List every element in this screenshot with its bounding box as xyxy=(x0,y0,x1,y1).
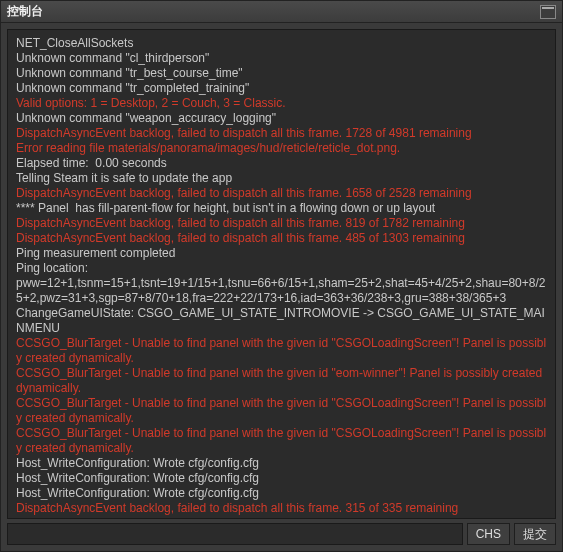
console-line: CCSGO_BlurTarget - Unable to find panel … xyxy=(16,426,547,456)
console-line: DispatchAsyncEvent backlog, failed to di… xyxy=(16,216,547,231)
window-title: 控制台 xyxy=(7,3,43,20)
console-line: CCSGO_BlurTarget - Unable to find panel … xyxy=(16,366,547,396)
console-line: Host_WriteConfiguration: Wrote cfg/confi… xyxy=(16,486,547,501)
console-line: Ping measurement completed xyxy=(16,246,547,261)
console-line: Error reading file materials/panorama/im… xyxy=(16,141,547,156)
console-line: Valid options: 1 = Desktop, 2 = Couch, 3… xyxy=(16,96,547,111)
titlebar[interactable]: 控制台 xyxy=(1,1,562,23)
console-line: CCSGO_BlurTarget - Unable to find panel … xyxy=(16,396,547,426)
console-line: Ping location: xyxy=(16,261,547,276)
console-window: 控制台 NET_CloseAllSocketsUnknown command "… xyxy=(0,0,563,552)
console-line: Host_WriteConfiguration: Wrote cfg/confi… xyxy=(16,516,547,519)
console-line: Unknown command "tr_best_course_time" xyxy=(16,66,547,81)
input-row: CHS 提交 xyxy=(1,523,562,551)
console-line: Unknown command "tr_completed_training" xyxy=(16,81,547,96)
console-line: DispatchAsyncEvent backlog, failed to di… xyxy=(16,126,547,141)
console-line: Unknown command "weapon_accuracy_logging… xyxy=(16,111,547,126)
console-line: DispatchAsyncEvent backlog, failed to di… xyxy=(16,186,547,201)
console-line: DispatchAsyncEvent backlog, failed to di… xyxy=(16,231,547,246)
command-input[interactable] xyxy=(7,523,463,545)
console-line: pww=12+1,tsnm=15+1,tsnt=19+1/15+1,tsnu=6… xyxy=(16,276,547,306)
console-line: ChangeGameUIState: CSGO_GAME_UI_STATE_IN… xyxy=(16,306,547,336)
console-line: CCSGO_BlurTarget - Unable to find panel … xyxy=(16,336,547,366)
console-line: NET_CloseAllSockets xyxy=(16,36,547,51)
console-output[interactable]: NET_CloseAllSocketsUnknown command "cl_t… xyxy=(7,29,556,519)
console-line: Unknown command "cl_thirdperson" xyxy=(16,51,547,66)
console-line: Telling Steam it is safe to update the a… xyxy=(16,171,547,186)
console-line: DispatchAsyncEvent backlog, failed to di… xyxy=(16,501,547,516)
ime-indicator[interactable]: CHS xyxy=(467,523,510,545)
console-line: Elapsed time: 0.00 seconds xyxy=(16,156,547,171)
console-line: Host_WriteConfiguration: Wrote cfg/confi… xyxy=(16,456,547,471)
console-line: Host_WriteConfiguration: Wrote cfg/confi… xyxy=(16,471,547,486)
submit-button[interactable]: 提交 xyxy=(514,523,556,545)
console-line: **** Panel has fill-parent-flow for heig… xyxy=(16,201,547,216)
maximize-icon[interactable] xyxy=(540,5,556,19)
